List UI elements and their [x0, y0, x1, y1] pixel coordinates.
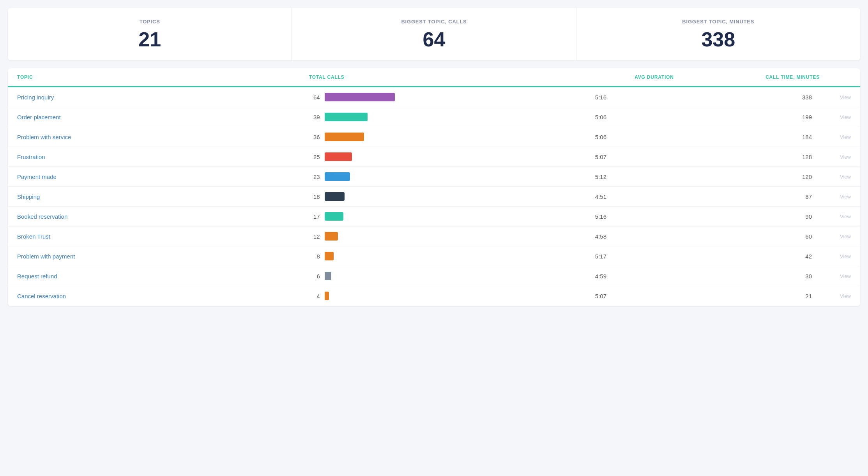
call-time: 87	[674, 193, 820, 200]
table-body: Pricing inquiry 64 5:16 338 View Order p…	[8, 87, 860, 306]
calls-cell: 23	[309, 172, 528, 181]
bar-container	[325, 232, 528, 241]
topic-name[interactable]: Cancel reservation	[17, 293, 309, 299]
bar-container	[325, 113, 528, 121]
calls-bar	[325, 272, 331, 280]
view-button[interactable]: View	[820, 293, 851, 299]
table-row: Problem with service 36 5:06 184 View	[8, 127, 860, 147]
calls-cell: 36	[309, 133, 528, 141]
view-button[interactable]: View	[820, 134, 851, 140]
avg-duration: 4:58	[528, 233, 674, 240]
calls-cell: 6	[309, 272, 528, 280]
table-row: Request refund 6 4:59 30 View	[8, 266, 860, 286]
calls-cell: 25	[309, 152, 528, 161]
table-row: Pricing inquiry 64 5:16 338 View	[8, 87, 860, 107]
stat-card-biggest-minutes: BIGGEST TOPIC, MINUTES 338	[576, 8, 860, 60]
topic-name[interactable]: Broken Trust	[17, 233, 309, 240]
table-row: Payment made 23 5:12 120 View	[8, 167, 860, 187]
calls-bar	[325, 113, 368, 121]
bar-container	[325, 192, 528, 201]
calls-bar	[325, 133, 364, 141]
bar-container	[325, 93, 528, 101]
col-header-topic: TOPIC	[17, 74, 309, 80]
view-button[interactable]: View	[820, 154, 851, 160]
calls-bar	[325, 172, 350, 181]
stat-label-biggest-calls: BIGGEST TOPIC, CALLS	[308, 19, 560, 25]
stat-card-biggest-calls: BIGGEST TOPIC, CALLS 64	[292, 8, 576, 60]
view-button[interactable]: View	[820, 114, 851, 120]
calls-cell: 17	[309, 212, 528, 221]
calls-cell: 18	[309, 192, 528, 201]
col-header-avg: AVG DURATION	[528, 74, 674, 80]
calls-count: 18	[309, 193, 320, 200]
topic-name[interactable]: Order placement	[17, 114, 309, 120]
topic-name[interactable]: Payment made	[17, 173, 309, 180]
calls-bar	[325, 292, 329, 300]
calls-count: 12	[309, 233, 320, 240]
view-button[interactable]: View	[820, 94, 851, 100]
call-time: 184	[674, 134, 820, 140]
calls-cell: 39	[309, 113, 528, 121]
col-header-calls: TOTAL CALLS	[309, 74, 528, 80]
page-container: TOPICS 21 BIGGEST TOPIC, CALLS 64 BIGGES…	[0, 0, 868, 476]
avg-duration: 5:16	[528, 213, 674, 220]
table-row: Problem with payment 8 5:17 42 View	[8, 246, 860, 266]
bar-container	[325, 272, 528, 280]
avg-duration: 5:07	[528, 154, 674, 160]
avg-duration: 4:59	[528, 273, 674, 280]
view-button[interactable]: View	[820, 214, 851, 219]
call-time: 60	[674, 233, 820, 240]
bar-container	[325, 152, 528, 161]
calls-bar	[325, 212, 343, 221]
avg-duration: 5:06	[528, 134, 674, 140]
topic-name[interactable]: Shipping	[17, 193, 309, 200]
call-time: 21	[674, 293, 820, 299]
stat-card-topics: TOPICS 21	[8, 8, 292, 60]
table-row: Booked reservation 17 5:16 90 View	[8, 207, 860, 226]
topic-name[interactable]: Pricing inquiry	[17, 94, 309, 101]
topic-name[interactable]: Problem with service	[17, 134, 309, 140]
calls-count: 23	[309, 173, 320, 180]
bar-container	[325, 252, 528, 260]
table-row: Order placement 39 5:06 199 View	[8, 107, 860, 127]
calls-cell: 4	[309, 292, 528, 300]
stat-value-topics: 21	[23, 29, 276, 50]
avg-duration: 5:16	[528, 94, 674, 101]
stat-value-biggest-calls: 64	[308, 29, 560, 50]
bar-container	[325, 172, 528, 181]
stat-value-biggest-minutes: 338	[592, 29, 845, 50]
calls-count: 36	[309, 134, 320, 140]
stats-row: TOPICS 21 BIGGEST TOPIC, CALLS 64 BIGGES…	[8, 8, 860, 60]
call-time: 30	[674, 273, 820, 280]
call-time: 199	[674, 114, 820, 120]
avg-duration: 5:07	[528, 293, 674, 299]
stat-label-topics: TOPICS	[23, 19, 276, 25]
calls-bar	[325, 93, 395, 101]
call-time: 42	[674, 253, 820, 260]
calls-bar	[325, 252, 334, 260]
topic-name[interactable]: Request refund	[17, 273, 309, 280]
avg-duration: 5:12	[528, 173, 674, 180]
view-button[interactable]: View	[820, 234, 851, 239]
calls-cell: 8	[309, 252, 528, 260]
table-header: TOPIC TOTAL CALLS AVG DURATION CALL TIME…	[8, 68, 860, 87]
stat-label-biggest-minutes: BIGGEST TOPIC, MINUTES	[592, 19, 845, 25]
bar-container	[325, 292, 528, 300]
table-row: Frustration 25 5:07 128 View	[8, 147, 860, 167]
calls-bar	[325, 232, 338, 241]
topic-name[interactable]: Problem with payment	[17, 253, 309, 260]
calls-cell: 12	[309, 232, 528, 241]
calls-count: 4	[309, 293, 320, 299]
view-button[interactable]: View	[820, 273, 851, 279]
topic-name[interactable]: Frustration	[17, 154, 309, 160]
topic-name[interactable]: Booked reservation	[17, 213, 309, 220]
table-row: Broken Trust 12 4:58 60 View	[8, 226, 860, 246]
avg-duration: 5:17	[528, 253, 674, 260]
calls-cell: 64	[309, 93, 528, 101]
view-button[interactable]: View	[820, 194, 851, 200]
calls-count: 17	[309, 213, 320, 220]
call-time: 128	[674, 154, 820, 160]
view-button[interactable]: View	[820, 253, 851, 259]
calls-bar	[325, 192, 345, 201]
view-button[interactable]: View	[820, 174, 851, 180]
